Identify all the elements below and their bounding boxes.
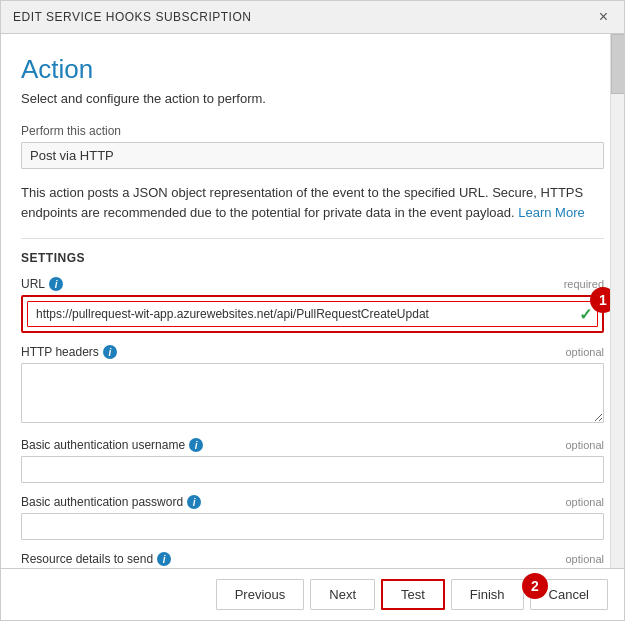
url-info-icon[interactable]: i (49, 277, 63, 291)
basic-auth-password-row: Basic authentication password i optional (21, 495, 604, 540)
dialog-titlebar: EDIT SERVICE HOOKS SUBSCRIPTION × (1, 1, 624, 34)
url-wrapper: ✓ (27, 301, 598, 327)
resource-details-label: Resource details to send i (21, 552, 171, 566)
scrollbar-thumb[interactable] (611, 34, 624, 94)
learn-more-link[interactable]: Learn More (518, 205, 584, 220)
page-subtitle: Select and configure the action to perfo… (21, 91, 604, 106)
resource-details-optional: optional (565, 553, 604, 565)
resource-details-row: Resource details to send i optional All … (21, 552, 604, 568)
http-headers-row: HTTP headers i optional (21, 345, 604, 426)
next-button[interactable]: Next (310, 579, 375, 610)
basic-auth-password-input[interactable] (21, 513, 604, 540)
url-field-row: URL i required ✓ 1 (21, 277, 604, 333)
basic-auth-password-label: Basic authentication password i (21, 495, 201, 509)
http-headers-input[interactable] (21, 363, 604, 423)
basic-auth-username-label: Basic authentication username i (21, 438, 203, 452)
dialog: EDIT SERVICE HOOKS SUBSCRIPTION × Action… (0, 0, 625, 621)
basic-auth-username-optional: optional (565, 439, 604, 451)
dialog-footer: Previous Next Test Finish Cancel 2 (1, 568, 624, 620)
basic-auth-username-info-icon[interactable]: i (189, 438, 203, 452)
page-title: Action (21, 54, 604, 85)
url-valid-icon: ✓ (579, 305, 592, 324)
url-field-header: URL i required (21, 277, 604, 291)
finish-button[interactable]: Finish (451, 579, 524, 610)
close-button[interactable]: × (595, 9, 612, 25)
perform-action-group: Perform this action Post via HTTP (21, 124, 604, 169)
http-headers-info-icon[interactable]: i (103, 345, 117, 359)
scrollbar-track[interactable] (610, 34, 624, 568)
basic-auth-username-header: Basic authentication username i optional (21, 438, 604, 452)
resource-details-info-icon[interactable]: i (157, 552, 171, 566)
basic-auth-password-optional: optional (565, 496, 604, 508)
http-headers-optional: optional (565, 346, 604, 358)
test-button[interactable]: Test (381, 579, 445, 610)
perform-action-value: Post via HTTP (21, 142, 604, 169)
http-headers-label: HTTP headers i (21, 345, 117, 359)
description-text: This action posts a JSON object represen… (21, 183, 604, 222)
dialog-body: Action Select and configure the action t… (1, 34, 624, 568)
basic-auth-username-row: Basic authentication username i optional (21, 438, 604, 483)
perform-action-label: Perform this action (21, 124, 604, 138)
url-input-wrapper: ✓ 1 (21, 295, 604, 333)
dialog-title: EDIT SERVICE HOOKS SUBSCRIPTION (13, 10, 251, 24)
basic-auth-password-header: Basic authentication password i optional (21, 495, 604, 509)
previous-button[interactable]: Previous (216, 579, 305, 610)
step-badge-2: 2 (522, 573, 548, 599)
basic-auth-username-input[interactable] (21, 456, 604, 483)
url-input[interactable] (27, 301, 598, 327)
basic-auth-password-info-icon[interactable]: i (187, 495, 201, 509)
url-label: URL i (21, 277, 63, 291)
settings-header: SETTINGS (21, 238, 604, 265)
http-headers-header: HTTP headers i optional (21, 345, 604, 359)
resource-details-header: Resource details to send i optional (21, 552, 604, 566)
